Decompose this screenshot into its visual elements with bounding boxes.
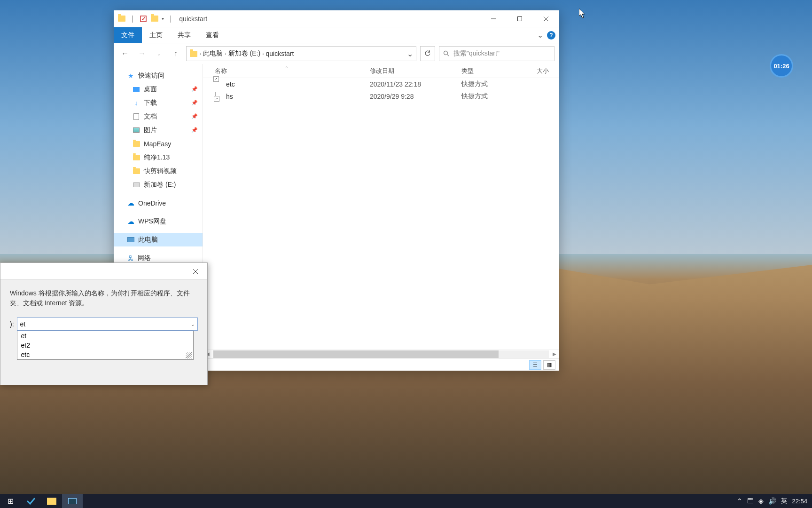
- network-icon: 🖧: [127, 255, 134, 261]
- svg-point-5: [444, 51, 448, 55]
- tab-file[interactable]: 文件: [114, 27, 142, 43]
- sidebar-item-folder[interactable]: MapEasy: [114, 137, 203, 151]
- minimize-button[interactable]: [480, 10, 507, 27]
- chevron-right-icon[interactable]: ›: [200, 51, 201, 56]
- run-input[interactable]: [20, 320, 191, 328]
- scroll-right-icon[interactable]: ▶: [550, 351, 559, 357]
- scroll-track[interactable]: [213, 350, 549, 358]
- navigation-bar: ← → ⌄ ↑ › 此电脑 › 新加卷 (E:) › quickstart ⌄ …: [114, 43, 559, 64]
- folder-icon: [117, 15, 126, 23]
- sidebar-item-thispc[interactable]: 此电脑: [114, 233, 203, 246]
- ribbon-tabs: 文件 主页 共享 查看 ⌄ ?: [114, 27, 559, 43]
- folder-icon: [189, 49, 198, 58]
- qat-dropdown-icon[interactable]: ▾: [162, 16, 164, 21]
- battery-icon[interactable]: 🗔: [747, 497, 754, 505]
- cursor-icon: [579, 8, 586, 19]
- folder-icon: [133, 167, 140, 175]
- column-headers[interactable]: ⌃名称 修改日期 类型 大小: [203, 64, 559, 78]
- taskbar-app[interactable]: [21, 494, 41, 508]
- app-icon: [26, 497, 36, 505]
- sidebar-item-folder[interactable]: 纯净1.13: [114, 151, 203, 164]
- sidebar-item-wps[interactable]: ☁WPS网盘: [114, 214, 203, 228]
- window-title: quickstart: [179, 15, 207, 23]
- pin-icon: 📌: [191, 100, 198, 106]
- file-row[interactable]: etc 2020/11/23 22:18 快捷方式: [203, 78, 559, 90]
- tab-home[interactable]: 主页: [142, 27, 170, 43]
- titlebar[interactable]: | ▾ | quickstart: [114, 10, 559, 27]
- chevron-right-icon[interactable]: ›: [262, 51, 264, 56]
- wifi-icon[interactable]: ◈: [758, 497, 764, 505]
- shortcut-file-icon: [215, 93, 222, 100]
- details-view-button[interactable]: ☰: [529, 360, 541, 370]
- desktop-icon: [133, 86, 140, 93]
- refresh-button[interactable]: [420, 46, 435, 61]
- run-combobox[interactable]: ⌄ et et2 etc: [17, 318, 198, 331]
- document-icon: [133, 113, 140, 120]
- cloud-icon: ☁: [127, 199, 134, 207]
- volume-icon[interactable]: 🔊: [768, 497, 776, 505]
- separator: |: [170, 15, 172, 23]
- sidebar-item-documents[interactable]: 文档📌: [114, 110, 203, 123]
- forward-button[interactable]: →: [135, 47, 148, 60]
- sidebar-item-pictures[interactable]: 图片📌: [114, 123, 203, 137]
- breadcrumb-item[interactable]: quickstart: [265, 50, 294, 57]
- help-icon[interactable]: ?: [547, 31, 555, 40]
- chevron-right-icon[interactable]: ›: [225, 51, 226, 56]
- icons-view-button[interactable]: ▦: [543, 360, 555, 370]
- download-icon: ↓: [133, 99, 140, 107]
- sidebar-item-quickaccess[interactable]: ★快速访问: [114, 69, 203, 82]
- run-option[interactable]: etc: [17, 350, 193, 359]
- pin-icon: 📌: [191, 86, 198, 92]
- tab-share[interactable]: 共享: [170, 27, 198, 43]
- clock[interactable]: 22:54: [792, 498, 807, 505]
- chevron-down-icon[interactable]: ⌄: [191, 322, 195, 327]
- tab-view[interactable]: 查看: [198, 27, 226, 43]
- folder-icon: [133, 154, 140, 161]
- sort-asc-icon: ⌃: [285, 66, 289, 71]
- resize-grip-icon[interactable]: [186, 352, 192, 358]
- desktop-clock-widget[interactable]: 01:26: [770, 54, 793, 78]
- start-button[interactable]: ⊞: [0, 494, 21, 508]
- properties-icon[interactable]: [139, 15, 148, 23]
- tray-chevron-icon[interactable]: ⌃: [737, 497, 742, 505]
- address-bar[interactable]: › 此电脑 › 新加卷 (E:) › quickstart ⌄: [186, 46, 416, 61]
- run-option[interactable]: et2: [17, 341, 193, 350]
- ime-indicator[interactable]: 英: [781, 497, 787, 505]
- pin-icon: 📌: [191, 113, 198, 119]
- sidebar-item-downloads[interactable]: ↓下载📌: [114, 96, 203, 110]
- run-option[interactable]: et: [17, 331, 193, 341]
- breadcrumb-item[interactable]: 此电脑: [203, 49, 223, 58]
- separator: |: [132, 15, 133, 23]
- system-tray: ⌃ 🗔 ◈ 🔊 英 22:54: [737, 497, 812, 505]
- close-button[interactable]: [188, 265, 203, 278]
- recent-dropdown-icon[interactable]: ⌄: [152, 47, 165, 60]
- up-button[interactable]: ↑: [169, 47, 182, 60]
- close-button[interactable]: [533, 10, 559, 27]
- column-size[interactable]: 大小: [537, 67, 559, 75]
- maximize-button[interactable]: [507, 10, 533, 27]
- taskbar-app[interactable]: [62, 494, 83, 508]
- pin-icon: 📌: [191, 127, 198, 133]
- horizontal-scrollbar[interactable]: ◀ ▶: [203, 349, 559, 358]
- search-input[interactable]: 搜索"quickstart": [439, 46, 554, 61]
- column-name[interactable]: ⌃名称: [203, 67, 370, 75]
- column-date[interactable]: 修改日期: [370, 67, 461, 75]
- breadcrumb-item[interactable]: 新加卷 (E:): [228, 49, 260, 58]
- scroll-thumb[interactable]: [213, 350, 499, 358]
- svg-line-6: [447, 55, 449, 56]
- file-row[interactable]: hs 2020/9/29 9:28 快捷方式: [203, 90, 559, 103]
- column-type[interactable]: 类型: [461, 67, 537, 75]
- taskbar-explorer[interactable]: [41, 494, 62, 508]
- taskbar[interactable]: ⊞ ⌃ 🗔 ◈ 🔊 英 22:54: [0, 494, 812, 508]
- sidebar-item-drive[interactable]: 新加卷 (E:): [114, 178, 203, 191]
- back-button[interactable]: ←: [118, 47, 132, 60]
- ribbon-expand-icon[interactable]: ⌄: [537, 31, 543, 40]
- sidebar-item-onedrive[interactable]: ☁OneDrive: [114, 196, 203, 210]
- run-dropdown: et et2 etc: [17, 331, 194, 360]
- folder-icon: [47, 498, 56, 505]
- sidebar-item-folder[interactable]: 快剪辑视频: [114, 164, 203, 178]
- address-dropdown-icon[interactable]: ⌄: [407, 49, 413, 58]
- monitor-icon: [68, 498, 77, 504]
- sidebar-item-desktop[interactable]: 桌面📌: [114, 82, 203, 96]
- run-titlebar[interactable]: [0, 263, 207, 280]
